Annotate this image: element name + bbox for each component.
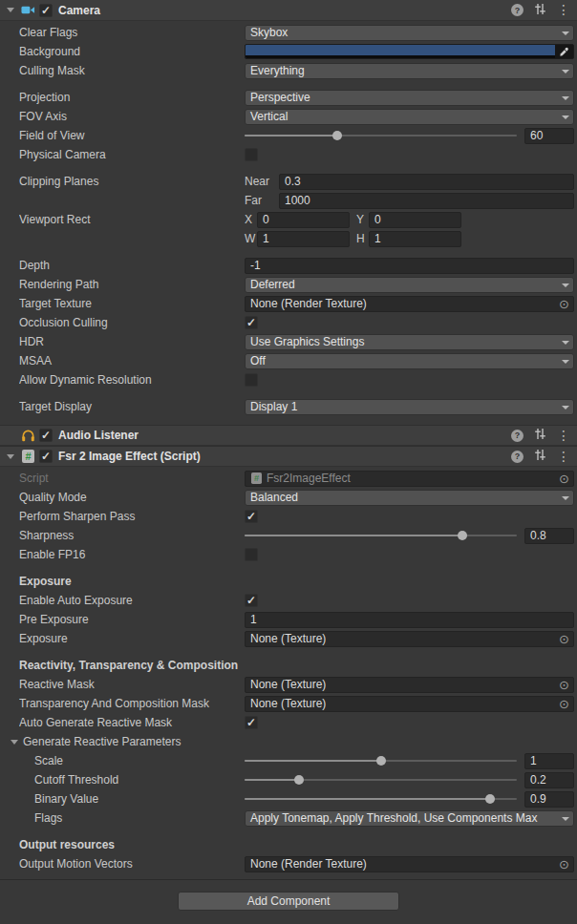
inspector-footer: Add Component xyxy=(0,879,577,924)
projection-row: Projection Perspective xyxy=(0,88,577,107)
reactive-mask-object-field[interactable]: None (Texture) ⊙ xyxy=(245,677,574,693)
slider-thumb[interactable] xyxy=(485,794,495,804)
viewport-h-input[interactable]: 1 xyxy=(369,231,461,247)
projection-dropdown[interactable]: Perspective xyxy=(245,90,574,106)
help-icon[interactable]: ? xyxy=(511,451,524,463)
msaa-dropdown[interactable]: Off xyxy=(245,353,574,369)
perform-sharpen-pass-row: Perform Sharpen Pass xyxy=(0,507,577,526)
scale-slider[interactable] xyxy=(245,751,517,770)
presets-icon[interactable] xyxy=(534,3,546,18)
output-motion-vectors-row: Output Motion Vectors None (Render Textu… xyxy=(0,854,577,873)
sharpness-input[interactable]: 0.8 xyxy=(524,528,574,544)
msaa-row: MSAA Off xyxy=(0,351,577,370)
object-picker-icon[interactable]: ⊙ xyxy=(559,472,569,486)
depth-input[interactable]: -1 xyxy=(245,258,574,274)
audio-listener-enabled-checkbox[interactable] xyxy=(39,429,53,442)
pre-exposure-input[interactable]: 1 xyxy=(245,612,574,628)
camera-component-header[interactable]: Camera ? ⋮ xyxy=(0,0,577,21)
viewport-rect-xy-row: Viewport Rect X 0 Y 0 xyxy=(0,210,577,229)
hdr-dropdown[interactable]: Use Graphics Settings xyxy=(245,334,574,350)
slider-thumb[interactable] xyxy=(376,756,386,766)
background-color-swatch[interactable] xyxy=(246,45,555,58)
target-texture-object-field[interactable]: None (Render Texture) ⊙ xyxy=(245,296,574,312)
auto-generate-reactive-mask-checkbox[interactable] xyxy=(245,716,258,729)
quality-mode-dropdown[interactable]: Balanced xyxy=(245,490,574,506)
exposure-row: Exposure None (Texture) ⊙ xyxy=(0,629,577,648)
sharpness-slider[interactable] xyxy=(245,526,517,545)
camera-enabled-checkbox[interactable] xyxy=(39,4,53,17)
enable-auto-exposure-checkbox[interactable] xyxy=(245,594,258,607)
cutoff-threshold-input[interactable]: 0.2 xyxy=(524,772,574,788)
slider-thumb[interactable] xyxy=(458,531,467,540)
sharpness-row: Sharpness 0.8 xyxy=(0,526,577,545)
camera-icon xyxy=(20,3,36,18)
clipping-planes-far-row: Far 1000 xyxy=(0,191,577,210)
allow-dynamic-resolution-checkbox[interactable] xyxy=(245,373,258,387)
object-picker-icon[interactable]: ⊙ xyxy=(559,632,569,646)
script-object-field[interactable]: # Fsr2ImageEffect ⊙ xyxy=(245,471,574,487)
output-resources-section-header: Output resources xyxy=(0,835,577,854)
physical-camera-row: Physical Camera xyxy=(0,145,577,164)
flags-dropdown[interactable]: Apply Tonemap, Apply Threshold, Use Comp… xyxy=(245,810,574,827)
scale-input[interactable]: 1 xyxy=(524,753,574,769)
camera-foldout-icon[interactable] xyxy=(4,4,17,17)
exposure-object-field[interactable]: None (Texture) ⊙ xyxy=(245,631,574,647)
reactive-mask-row: Reactive Mask None (Texture) ⊙ xyxy=(0,675,577,694)
cutoff-threshold-slider[interactable] xyxy=(245,770,517,789)
fov-axis-dropdown[interactable]: Vertical xyxy=(245,109,574,125)
target-display-dropdown[interactable]: Display 1 xyxy=(245,399,574,415)
object-picker-icon[interactable]: ⊙ xyxy=(559,297,569,311)
culling-mask-dropdown[interactable]: Everything xyxy=(245,63,574,79)
enable-auto-exposure-row: Enable Auto Exposure xyxy=(0,591,577,610)
enable-fp16-row: Enable FP16 xyxy=(0,545,577,564)
object-picker-icon[interactable]: ⊙ xyxy=(559,857,569,872)
eyedropper-icon[interactable] xyxy=(555,45,573,58)
binary-value-input[interactable]: 0.9 xyxy=(524,791,574,808)
fsr2-component-header[interactable]: # Fsr 2 Image Effect (Script) ? ⋮ xyxy=(0,446,577,467)
output-motion-vectors-object-field[interactable]: None (Render Texture) ⊙ xyxy=(245,856,574,872)
viewport-rect-wh-row: W 1 H 1 xyxy=(0,229,577,248)
binary-value-slider[interactable] xyxy=(245,789,517,808)
presets-icon[interactable] xyxy=(534,428,546,443)
object-picker-icon[interactable]: ⊙ xyxy=(559,697,569,711)
audio-listener-title: Audio Listener xyxy=(58,429,139,442)
physical-camera-checkbox[interactable] xyxy=(245,148,258,161)
viewport-y-input[interactable]: 0 xyxy=(369,212,461,228)
near-clip-input[interactable]: 0.3 xyxy=(279,174,574,190)
generate-reactive-parameters-row[interactable]: Generate Reactive Parameters xyxy=(0,732,577,751)
help-icon[interactable]: ? xyxy=(511,430,524,442)
fsr2-foldout-icon[interactable] xyxy=(4,450,17,463)
foldout-icon[interactable] xyxy=(8,735,21,748)
viewport-w-input[interactable]: 1 xyxy=(257,231,350,247)
kebab-menu-icon[interactable]: ⋮ xyxy=(557,4,570,16)
enable-fp16-checkbox[interactable] xyxy=(245,548,258,561)
target-texture-row: Target Texture None (Render Texture) ⊙ xyxy=(0,294,577,313)
kebab-menu-icon[interactable]: ⋮ xyxy=(557,430,570,442)
transparency-mask-object-field[interactable]: None (Texture) ⊙ xyxy=(245,696,574,712)
fsr2-enabled-checkbox[interactable] xyxy=(39,450,53,463)
fsr2-body: Script # Fsr2ImageEffect ⊙ Quality Mode … xyxy=(0,467,577,879)
kebab-menu-icon[interactable]: ⋮ xyxy=(557,451,570,463)
background-color-field[interactable] xyxy=(245,44,574,59)
clipping-planes-near-row: Clipping Planes Near 0.3 xyxy=(0,172,577,191)
field-of-view-input[interactable]: 60 xyxy=(524,128,574,144)
field-of-view-slider[interactable] xyxy=(245,126,517,145)
clear-flags-dropdown[interactable]: Skybox xyxy=(245,25,574,41)
help-icon[interactable]: ? xyxy=(511,4,524,16)
slider-thumb[interactable] xyxy=(294,775,304,785)
fsr2-title: Fsr 2 Image Effect (Script) xyxy=(58,450,201,463)
audio-listener-component-header[interactable]: Audio Listener ? ⋮ xyxy=(0,425,577,446)
perform-sharpen-pass-checkbox[interactable] xyxy=(245,510,258,523)
slider-thumb[interactable] xyxy=(332,131,342,140)
object-picker-icon[interactable]: ⊙ xyxy=(559,678,569,692)
viewport-x-input[interactable]: 0 xyxy=(257,212,350,228)
occlusion-culling-checkbox[interactable] xyxy=(245,316,258,329)
allow-dynamic-resolution-row: Allow Dynamic Resolution xyxy=(0,370,577,389)
rendering-path-dropdown[interactable]: Deferred xyxy=(245,277,574,293)
field-of-view-row: Field of View 60 xyxy=(0,126,577,145)
headphones-icon xyxy=(20,428,36,443)
add-component-button[interactable]: Add Component xyxy=(178,892,399,911)
far-clip-input[interactable]: 1000 xyxy=(279,193,574,209)
binary-value-row: Binary Value 0.9 xyxy=(0,789,577,808)
presets-icon[interactable] xyxy=(534,449,546,464)
